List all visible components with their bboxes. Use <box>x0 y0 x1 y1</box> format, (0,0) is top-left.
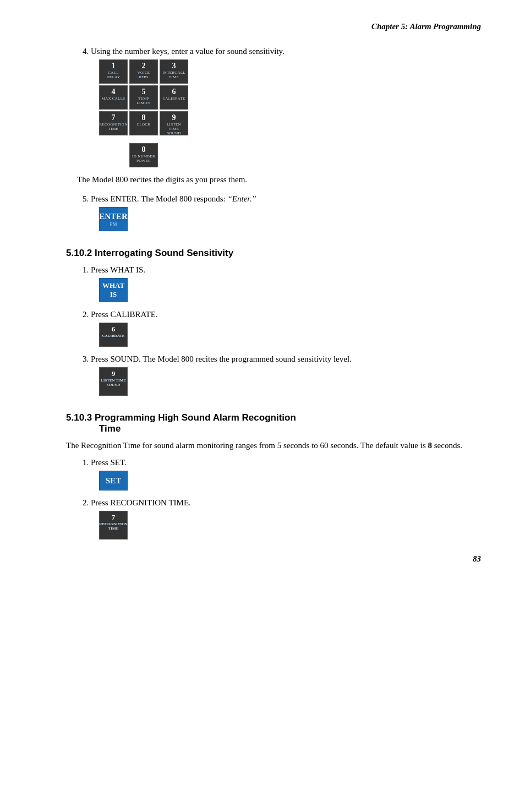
key-3: 3 INTERCALLTIME <box>160 59 188 84</box>
section-510-2-heading: 5.10.2 Interrogating Sound Sensitivity <box>66 248 481 259</box>
chapter-header: Chapter 5: Alarm Programming <box>66 22 481 31</box>
section-510-3: 5.10.3 Programming High Sound Alarm Reco… <box>66 412 481 539</box>
key-0: 0 ID NUMBERPOWER <box>129 143 158 167</box>
listen-time-sound-key: 9 LISTEN TIMESOUND <box>99 367 128 396</box>
key-5: 5 TEMP LIMITS <box>129 85 158 110</box>
enter-key: ENTER PM <box>99 207 128 231</box>
section-510-2: 5.10.2 Interrogating Sound Sensitivity 1… <box>66 248 481 396</box>
510-2-step-1-text: 1. Press WHAT IS. <box>83 265 481 275</box>
page: Chapter 5: Alarm Programming 4. Using th… <box>0 0 525 580</box>
key-0-row: 0 ID NUMBERPOWER <box>129 143 481 167</box>
section-510-3-intro: The Recognition Time for sound alarm mon… <box>66 441 481 450</box>
510-3-step-1-text: 1. Press SET. <box>83 458 481 467</box>
calibrate-key: 6 CALIBRATE <box>99 323 128 347</box>
510-2-step-2-text: 2. Press CALIBRATE. <box>83 310 481 319</box>
step-5-block: 5. Press ENTER. The Model 800 responds: … <box>66 194 481 231</box>
step-5-text: 5. Press ENTER. The Model 800 responds: … <box>83 194 481 204</box>
key-7: 7 RECOGNITIONTIME <box>99 111 128 135</box>
set-key: SET <box>99 471 128 491</box>
key-2: 2 VOICEREPS <box>129 59 158 84</box>
what-is-key: WHAT IS <box>99 278 128 302</box>
step-4-block: 4. Using the number keys, enter a value … <box>66 47 481 184</box>
510-3-step-2-text: 2. Press RECOGNITION TIME. <box>83 498 481 508</box>
keypad-grid: 1 CALLDELAY 2 VOICEREPS 3 INTERCALLTIME … <box>99 59 481 135</box>
key-8: 8 CLOCK <box>129 111 158 135</box>
chapter-title: Chapter 5: Alarm Programming <box>371 22 481 31</box>
510-2-step-3-text: 3. Press SOUND. The Model 800 recites th… <box>83 355 481 364</box>
step-4-text: 4. Using the number keys, enter a value … <box>83 47 481 56</box>
step-4-note: The Model 800 recites the digits as you … <box>77 175 481 184</box>
key-6: 6 CALIBRATE <box>160 85 188 110</box>
key-1: 1 CALLDELAY <box>99 59 128 84</box>
page-number: 83 <box>473 554 481 564</box>
key-4: 4 MAX CALLS <box>99 85 128 110</box>
key-9: 9 LISTEN TIMESOUND <box>160 111 188 135</box>
section-510-3-heading: 5.10.3 Programming High Sound Alarm Reco… <box>66 412 481 434</box>
recognition-time-key: 7 RECOGNITIONTIME <box>99 511 128 539</box>
